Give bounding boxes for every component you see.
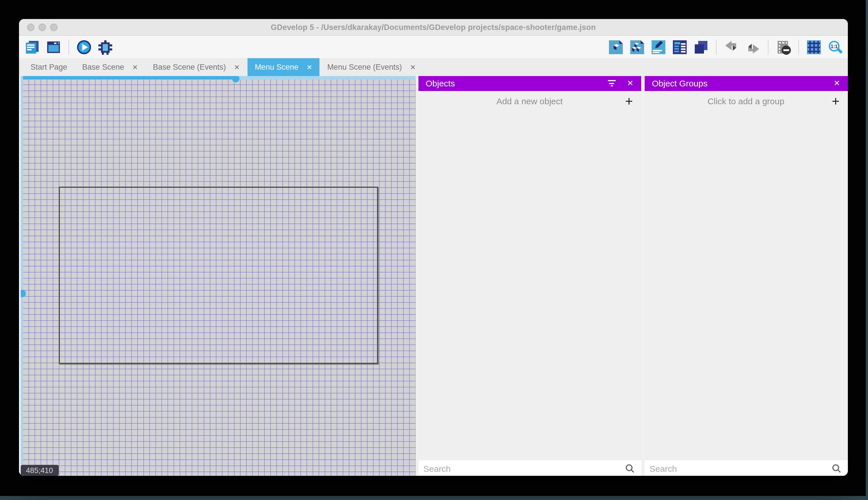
minimize-window-button[interactable] (38, 23, 46, 31)
search-icon[interactable] (831, 463, 841, 473)
object-groups-panel: Object Groups ✕ Click to add a group + (644, 76, 847, 476)
groups-search-row (644, 460, 847, 476)
add-group-row[interactable]: Click to add a group + (644, 91, 847, 112)
close-icon[interactable]: ✕ (627, 79, 633, 87)
object-groups-panel-title: Object Groups (652, 79, 833, 88)
tab-close-icon[interactable]: ✕ (234, 63, 240, 71)
background-window-edge-right (866, 0, 868, 500)
tab-base-scene-events[interactable]: Base Scene (Events) ✕ (145, 58, 247, 76)
add-group-plus-icon[interactable]: + (832, 94, 840, 108)
content-area: 485;410 Objects ✕ Add a new object + (19, 76, 847, 476)
project-manager-icon[interactable] (24, 39, 40, 55)
toolbar: 1:1 (19, 36, 847, 58)
groups-list-empty (644, 112, 847, 460)
toolbar-divider (767, 39, 768, 55)
tab-close-icon[interactable]: ✕ (132, 63, 138, 71)
scene-editor-canvas[interactable]: 485;410 (21, 76, 418, 476)
cursor-coordinates-badge: 485;410 (21, 465, 58, 476)
properties-icon[interactable] (650, 39, 666, 55)
add-new-object-label: Add a new object (496, 96, 563, 106)
tab-label: Start Page (31, 63, 67, 71)
tab-close-icon[interactable]: ✕ (410, 63, 416, 71)
redo-icon[interactable] (744, 39, 761, 55)
objects-panel-title: Objects (426, 79, 607, 88)
objects-list-empty (418, 112, 641, 460)
tab-menu-scene[interactable]: Menu Scene ✕ (247, 58, 320, 76)
background-window-edge-bottom (0, 496, 868, 500)
titlebar: GDevelop 5 - /Users/dkarakay/Documents/G… (19, 19, 847, 36)
object-groups-editor-icon[interactable] (629, 39, 645, 55)
layers-editor-icon[interactable] (693, 39, 709, 55)
zoom-options-icon[interactable]: 1:1 (827, 39, 843, 55)
close-window-button[interactable] (27, 23, 35, 31)
close-icon[interactable]: ✕ (833, 79, 840, 87)
tab-close-icon[interactable]: ✕ (306, 63, 312, 71)
tab-start-page[interactable]: Start Page (23, 58, 75, 76)
game-window-border (58, 186, 378, 364)
window-mask-icon[interactable] (775, 39, 791, 55)
add-new-object-row[interactable]: Add a new object + (418, 91, 641, 112)
debugger-icon[interactable] (97, 39, 114, 55)
instances-list-icon[interactable] (671, 39, 688, 55)
zoom-window-button[interactable] (50, 23, 58, 31)
toolbar-divider (69, 39, 69, 55)
toolbar-divider (798, 39, 799, 55)
tab-label: Menu Scene (Events) (327, 63, 402, 71)
traffic-lights (27, 23, 58, 31)
objects-panel-header: Objects ✕ (418, 76, 641, 91)
toolbar-divider (716, 39, 716, 55)
selection-edge-top (21, 76, 235, 79)
objects-search-input[interactable] (423, 463, 625, 473)
filter-icon[interactable] (607, 80, 616, 87)
window-title: GDevelop 5 - /Users/dkarakay/Documents/G… (271, 23, 596, 31)
screen: GDevelop 5 - /Users/dkarakay/Documents/G… (0, 0, 868, 500)
grid-toggle-icon[interactable] (806, 39, 822, 55)
undo-icon[interactable] (723, 39, 739, 55)
objects-editor-icon[interactable] (608, 39, 624, 55)
tab-menu-scene-events[interactable]: Menu Scene (Events) ✕ (320, 58, 423, 76)
tab-label: Base Scene (82, 63, 124, 71)
objects-panel: Objects ✕ Add a new object + (418, 76, 641, 476)
selection-edge-top-light (235, 76, 415, 79)
add-group-label: Click to add a group (708, 96, 785, 106)
search-icon[interactable] (625, 463, 635, 473)
svg-text:1:1: 1:1 (830, 44, 837, 49)
selection-resize-handle-left[interactable] (21, 289, 26, 297)
add-object-plus-icon[interactable]: + (625, 94, 633, 108)
play-icon[interactable] (76, 39, 92, 55)
object-groups-panel-header: Object Groups ✕ (644, 76, 847, 91)
groups-search-input[interactable] (649, 463, 831, 473)
tab-label: Menu Scene (255, 63, 298, 71)
gdevelop-window: GDevelop 5 - /Users/dkarakay/Documents/G… (19, 19, 847, 476)
tab-base-scene[interactable]: Base Scene ✕ (75, 58, 145, 76)
tab-label: Base Scene (Events) (153, 63, 226, 71)
scene-window-icon[interactable] (46, 39, 62, 55)
tab-bar: Start Page Base Scene ✕ Base Scene (Even… (19, 58, 847, 76)
selection-edge-left (21, 76, 23, 476)
objects-search-row (418, 460, 641, 476)
